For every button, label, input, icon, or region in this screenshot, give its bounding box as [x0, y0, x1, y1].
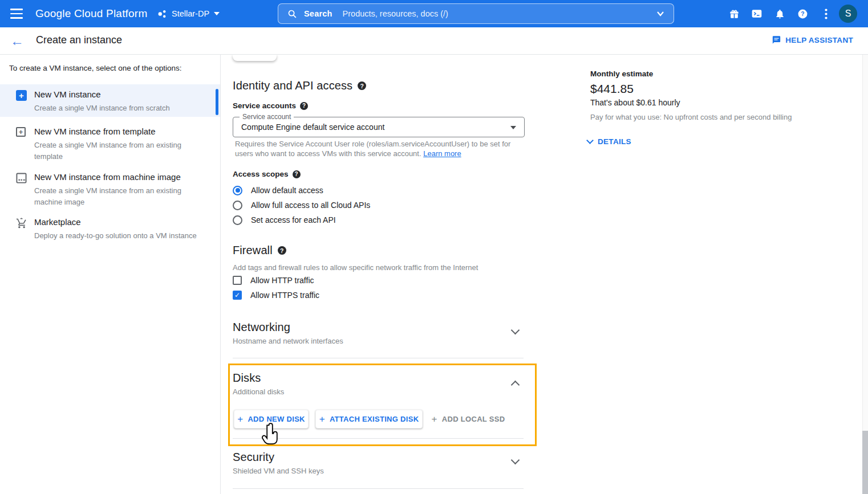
avatar[interactable]: S — [839, 5, 857, 23]
help-question-icon[interactable]: ? — [300, 102, 308, 110]
chevron-down-icon — [586, 137, 594, 144]
security-expand-chevron-icon[interactable] — [511, 456, 520, 465]
service-accounts-label: Service accounts ? — [233, 101, 308, 110]
sidebar-item-new-vm-from-machine-image[interactable]: New VM instance from machine image Creat… — [0, 167, 220, 208]
checkbox-icon — [233, 276, 242, 285]
search-placeholder: Products, resources, docs (/) — [343, 9, 448, 18]
service-account-select[interactable]: Service account Compute Engine default s… — [233, 117, 525, 137]
scrollbar-thumb[interactable] — [862, 431, 868, 494]
attach-existing-disk-button[interactable]: ATTACH EXISTING DISK — [315, 410, 423, 428]
search-icon — [287, 9, 297, 19]
help-question-icon[interactable]: ? — [293, 170, 301, 178]
firewall-section-heading: Firewall ? — [233, 244, 286, 257]
search-label: Search — [304, 9, 332, 18]
monthly-estimate-label: Monthly estimate — [590, 70, 653, 78]
more-vert-icon[interactable] — [819, 7, 833, 21]
service-account-helper: Requires the Service Account User role (… — [235, 140, 523, 158]
checkbox-allow-https[interactable]: Allow HTTPS traffic — [233, 289, 319, 301]
menu-icon[interactable] — [10, 9, 24, 19]
search-input[interactable]: Search Products, resources, docs (/) — [278, 3, 674, 24]
sidebar-divider — [220, 55, 221, 494]
project-selector[interactable]: Stellar-DP — [157, 0, 220, 27]
radio-allow-full-access[interactable]: Allow full access to all Cloud APIs — [233, 199, 370, 211]
chevron-down-icon — [214, 12, 220, 15]
section-divider — [233, 358, 524, 358]
service-account-field-label: Service account — [240, 113, 294, 121]
project-icon — [157, 9, 167, 19]
service-account-value: Compute Engine default service account — [241, 123, 384, 132]
radio-allow-default-access[interactable]: Allow default access — [233, 185, 323, 196]
networking-expand-chevron-icon[interactable] — [511, 326, 520, 335]
section-divider — [233, 438, 524, 439]
notifications-bell-icon[interactable] — [773, 7, 786, 21]
hourly-estimate: That's about $0.61 hourly — [590, 98, 680, 107]
disks-highlight-box — [228, 364, 537, 446]
add-local-ssd-button[interactable]: ADD LOCAL SSD — [431, 410, 505, 428]
clipped-button[interactable] — [233, 55, 277, 61]
security-section-subtitle: Shielded VM and SSH keys — [233, 467, 324, 475]
help-question-icon[interactable]: ? — [278, 246, 286, 255]
radio-icon — [233, 215, 242, 225]
template-icon: + — [16, 127, 27, 138]
help-assistant-button[interactable]: HELP ASSISTANT — [772, 35, 853, 44]
dropdown-caret-icon — [510, 126, 516, 129]
product-logo[interactable]: Google Cloud Platform — [35, 0, 147, 27]
networking-section-subtitle: Hostname and network interfaces — [233, 337, 343, 345]
radio-set-access-each-api[interactable]: Set access for each API — [233, 214, 336, 226]
help-icon[interactable]: ? — [796, 7, 809, 21]
gift-icon[interactable] — [727, 7, 741, 21]
radio-icon — [233, 201, 242, 210]
identity-section-heading: Identity and API access ? — [233, 79, 366, 92]
plus-icon — [237, 414, 243, 425]
machine-image-icon — [16, 173, 27, 184]
project-name: Stellar-DP — [172, 9, 209, 18]
sidebar-item-marketplace[interactable]: Marketplace Deploy a ready-to-go solutio… — [0, 212, 220, 242]
top-bar: Google Cloud Platform Stellar-DP Search … — [0, 0, 868, 27]
radio-selected-icon — [233, 186, 242, 195]
scrollbar-track[interactable] — [862, 55, 868, 494]
help-question-icon[interactable]: ? — [358, 81, 366, 90]
plus-icon — [432, 414, 437, 425]
marketplace-cart-icon — [16, 218, 27, 229]
chat-icon — [772, 35, 781, 44]
sidebar-item-new-vm-instance[interactable]: + New VM instance Create a single VM ins… — [0, 84, 220, 117]
options-sidebar: To create a VM instance, select one of t… — [0, 55, 220, 494]
checkbox-checked-icon — [233, 291, 242, 300]
learn-more-link[interactable]: Learn more — [423, 149, 461, 158]
add-new-disk-button[interactable]: ADD NEW DISK — [234, 410, 309, 428]
security-section-title: Security — [233, 451, 274, 464]
page-title: Create an instance — [36, 34, 122, 46]
svg-text:?: ? — [801, 11, 804, 17]
checkbox-allow-http[interactable]: Allow HTTP traffic — [233, 275, 314, 286]
add-box-icon: + — [16, 90, 27, 101]
disks-section-title: Disks — [233, 371, 261, 385]
details-button[interactable]: DETAILS — [587, 137, 631, 146]
billing-note: Pay for what you use: No upfront costs a… — [590, 113, 792, 121]
back-arrow-icon[interactable]: ← — [9, 33, 25, 49]
disks-section-subtitle: Additional disks — [233, 387, 284, 396]
cloud-shell-icon[interactable] — [750, 7, 764, 21]
monthly-estimate-price: $441.85 — [590, 82, 634, 96]
sidebar-item-new-vm-from-template[interactable]: + New VM instance from template Create a… — [0, 121, 220, 162]
chevron-down-icon[interactable] — [656, 11, 664, 17]
section-divider — [233, 488, 524, 489]
firewall-description: Add tags and firewall rules to allow spe… — [233, 263, 478, 272]
page-header: ← Create an instance HELP ASSISTANT — [0, 27, 868, 55]
access-scopes-label: Access scopes ? — [233, 170, 301, 178]
networking-section-title: Networking — [233, 321, 290, 334]
sidebar-intro-text: To create a VM instance, select one of t… — [9, 64, 214, 72]
selected-indicator — [216, 89, 218, 115]
plus-icon — [319, 414, 325, 425]
